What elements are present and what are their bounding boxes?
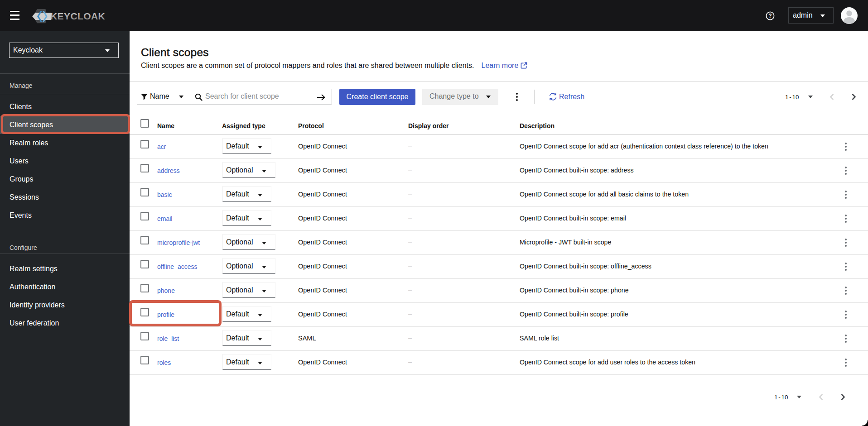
svg-text:?: ? — [768, 13, 772, 19]
svg-text:KEYCLOAK: KEYCLOAK — [50, 11, 105, 21]
